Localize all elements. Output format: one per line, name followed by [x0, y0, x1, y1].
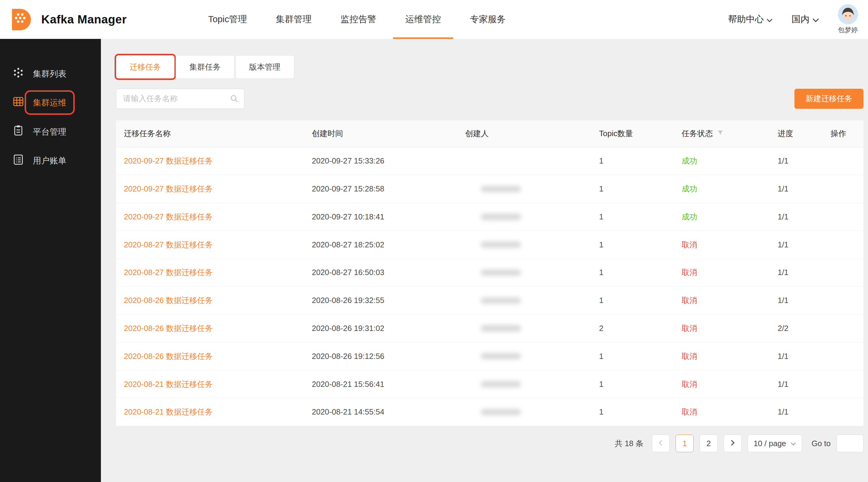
help-center-menu[interactable]: 帮助中心 [728, 13, 773, 26]
user-menu[interactable]: 包梦婷 [838, 4, 858, 35]
creator-cell [457, 371, 591, 398]
sidebar-item-cluster-list[interactable]: 集群列表 [0, 59, 101, 88]
tab-cluster-tasks[interactable]: 集群任务 [176, 55, 234, 79]
status-badge: 成功 [682, 212, 697, 222]
page-2-button[interactable]: 2 [700, 435, 718, 452]
task-name-cell: 2020-08-26 数据迁移任务 [116, 343, 304, 370]
status-badge: 取消 [682, 407, 697, 417]
table-row: 2020-09-27 数据迁移任务 2020-09-27 15:28:58 1 … [116, 175, 864, 203]
progress-cell: 1/1 [770, 398, 823, 426]
main-nav: Topic管理 集群管理 监控告警 运维管控 专家服务 [194, 0, 520, 39]
region-menu[interactable]: 国内 [792, 13, 819, 26]
sidebar-item-cluster-ops[interactable]: 集群运维 [0, 88, 101, 117]
progress-cell: 1/1 [770, 371, 823, 398]
task-name-link[interactable]: 2020-08-27 数据迁移任务 [124, 267, 213, 278]
tab-migration-tasks[interactable]: 迁移任务 [116, 55, 175, 79]
status-cell: 取消 [674, 231, 770, 259]
user-name: 包梦婷 [838, 26, 858, 35]
topic-count-cell: 1 [591, 175, 674, 203]
table-row: 2020-09-27 数据迁移任务 2020-09-27 15:33:26 1 … [116, 148, 864, 175]
table-header-row: 迁移任务名称 创建时间 创建人 Topic数量 任务状态 进度 操作 [116, 120, 864, 147]
operations-cell [823, 343, 863, 370]
toolbar: 新建迁移任务 [116, 89, 864, 109]
task-name-cell: 2020-08-27 数据迁移任务 [116, 259, 304, 287]
creator-cell [457, 148, 591, 175]
task-name-link[interactable]: 2020-08-21 数据迁移任务 [124, 379, 213, 390]
created-time-cell: 2020-08-27 16:50:03 [304, 259, 457, 287]
creator-blurred-text [481, 214, 521, 220]
created-time-cell: 2020-08-26 19:31:02 [304, 315, 457, 342]
avatar [838, 4, 858, 24]
task-name-link[interactable]: 2020-09-27 数据迁移任务 [124, 184, 213, 194]
creator-blurred-text [481, 269, 521, 276]
progress-cell: 2/2 [770, 315, 823, 342]
task-name-link[interactable]: 2020-08-26 数据迁移任务 [124, 295, 213, 306]
status-badge: 取消 [682, 379, 697, 390]
task-name-cell: 2020-08-21 数据迁移任务 [116, 398, 304, 426]
status-filter-icon[interactable] [717, 129, 724, 138]
table-row: 2020-08-21 数据迁移任务 2020-08-21 15:56:41 1 … [116, 371, 864, 398]
clipboard-icon [12, 124, 24, 138]
status-cell: 取消 [674, 315, 770, 342]
tab-version-management[interactable]: 版本管理 [236, 55, 294, 79]
col-creator: 创建人 [457, 120, 591, 147]
creator-cell [457, 315, 591, 342]
progress-cell: 1/1 [770, 175, 823, 203]
creator-cell [457, 203, 591, 231]
task-name-link[interactable]: 2020-08-27 数据迁移任务 [124, 239, 213, 250]
nav-item-expert[interactable]: 专家服务 [456, 0, 520, 39]
task-name-cell: 2020-08-21 数据迁移任务 [116, 371, 304, 398]
operations-cell [823, 259, 863, 287]
task-name-link[interactable]: 2020-08-26 数据迁移任务 [124, 323, 213, 334]
app-title: Kafka Manager [41, 13, 127, 26]
task-name-link[interactable]: 2020-09-27 数据迁移任务 [124, 212, 213, 222]
page-size-select[interactable]: 10 / page [748, 435, 802, 452]
tab-bar: 迁移任务 集群任务 版本管理 [116, 55, 868, 79]
operations-cell [823, 398, 863, 426]
topic-count-cell: 1 [591, 259, 674, 287]
status-badge: 取消 [682, 295, 697, 306]
task-search-input[interactable] [116, 89, 244, 109]
nav-item-cluster[interactable]: 集群管理 [261, 0, 326, 39]
goto-page-input[interactable] [837, 435, 863, 452]
operations-cell [823, 315, 863, 342]
nav-item-topic[interactable]: Topic管理 [194, 0, 261, 39]
nav-item-monitor[interactable]: 监控告警 [326, 0, 391, 39]
task-name-link[interactable]: 2020-09-27 数据迁移任务 [124, 156, 213, 166]
sidebar-item-platform[interactable]: 平台管理 [0, 117, 101, 146]
main-content: 迁移任务 集群任务 版本管理 新建迁移任务 迁移任务名称 创建时间 创建人 To… [101, 39, 868, 482]
status-cell: 取消 [674, 371, 770, 398]
topic-count-cell: 1 [591, 287, 674, 314]
chevron-down-icon [790, 439, 796, 448]
topic-count-cell: 1 [591, 203, 674, 231]
created-time-cell: 2020-09-27 10:18:41 [304, 203, 457, 231]
page-1-button[interactable]: 1 [676, 435, 693, 452]
creator-cell [457, 175, 591, 203]
status-cell: 成功 [674, 175, 770, 203]
chevron-right-icon [730, 439, 735, 448]
search-icon [230, 94, 239, 105]
creator-cell [457, 343, 591, 370]
status-cell: 取消 [674, 398, 770, 426]
task-name-link[interactable]: 2020-08-26 数据迁移任务 [124, 351, 213, 362]
task-name-cell: 2020-08-26 数据迁移任务 [116, 315, 304, 342]
table-row: 2020-08-26 数据迁移任务 2020-08-26 19:32:55 1 … [116, 287, 864, 315]
chevron-down-icon [767, 14, 773, 25]
task-name-cell: 2020-08-27 数据迁移任务 [116, 231, 304, 259]
create-migration-task-button[interactable]: 新建迁移任务 [795, 89, 864, 109]
operations-cell [823, 203, 863, 231]
sidebar-item-user-bill[interactable]: 用户账单 [0, 146, 101, 175]
nav-item-ops[interactable]: 运维管控 [391, 0, 456, 39]
col-progress: 进度 [770, 120, 823, 147]
hexagon-cluster-icon [12, 67, 24, 81]
task-name-cell: 2020-08-26 数据迁移任务 [116, 287, 304, 314]
search-input-wrapper [116, 89, 244, 109]
next-page-button[interactable] [724, 435, 742, 452]
topic-count-cell: 1 [591, 371, 674, 398]
task-name-cell: 2020-09-27 数据迁移任务 [116, 148, 304, 175]
status-badge: 取消 [682, 267, 697, 278]
task-name-link[interactable]: 2020-08-21 数据迁移任务 [124, 407, 213, 417]
creator-blurred-text [481, 381, 521, 387]
status-cell: 取消 [674, 287, 770, 314]
chevron-left-icon [658, 439, 663, 448]
